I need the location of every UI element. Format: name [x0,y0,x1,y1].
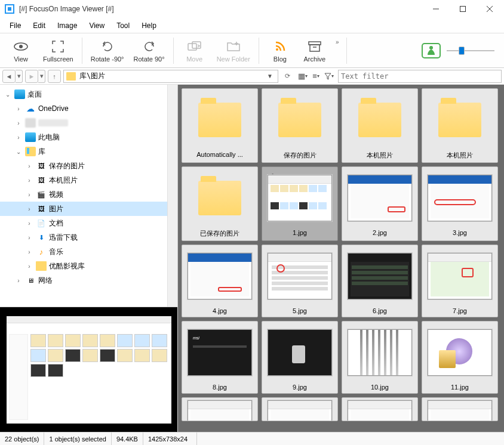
path-bar[interactable]: ▼ [63,70,278,83]
thumbnail-mode-icon[interactable] [422,43,441,58]
image-thumbnail[interactable]: 5.jpg [262,245,338,317]
zoom-slider[interactable] [447,45,494,57]
twisty-icon[interactable]: › [25,249,33,255]
cloud-icon [25,104,36,113]
image-thumbnail[interactable] [422,397,498,421]
tree-node[interactable]: ›音乐 [0,245,177,259]
twisty-icon[interactable]: › [25,206,33,212]
view-button[interactable]: View [4,35,38,66]
twisty-icon[interactable]: › [25,177,33,184]
thumbnail-label: 5.jpg [293,307,307,314]
view-large-icons[interactable]: ▦▾ [296,70,309,83]
tree-node[interactable]: ›图片 [0,202,177,216]
close-button[interactable] [476,0,503,18]
minimize-button[interactable] [422,0,449,18]
tree-node[interactable]: ›本机照片 [0,173,177,187]
tree-node[interactable]: ⌄库 [0,144,177,159]
rotate-ccw-button[interactable]: Rotate -90° [86,35,129,66]
tree-node-label [38,119,68,126]
path-input[interactable] [79,72,265,81]
menu-file[interactable]: File [4,19,27,32]
twisty-icon[interactable]: › [14,106,23,112]
preview-image[interactable] [7,316,171,424]
pic-icon [36,161,47,171]
tree-node-label: 库 [38,147,45,157]
path-dropdown[interactable]: ▼ [265,73,275,79]
nav-back-button[interactable]: ◄ [2,70,16,83]
tree-node[interactable]: ›优酷影视库 [0,259,177,273]
twisty-icon[interactable]: ⌄ [4,91,12,98]
screenshot-preview [268,400,332,421]
twisty-icon[interactable]: › [25,234,33,241]
image-thumbnail[interactable]: 2.jpg [342,166,418,241]
nav-back-dropdown[interactable]: ▾ [16,70,23,83]
image-thumbnail[interactable]: 4.jpg [182,245,258,317]
fullscreen-button[interactable]: Fullscreen [38,35,78,66]
screenshot-preview [428,400,492,421]
tree-node[interactable]: ›视频 [0,187,177,202]
twisty-icon[interactable]: ⌄ [14,149,23,155]
tree-node[interactable]: ›此电脑 [0,130,177,144]
tree-node[interactable]: ›保存的图片 [0,159,177,173]
menu-tool[interactable]: Tool [110,19,136,32]
blog-button[interactable]: Blog [263,35,297,66]
folder-thumbnail[interactable]: 本机照片 [342,88,418,163]
rotate-cw-button[interactable]: Rotate 90° [129,35,170,66]
folder-thumbnail[interactable]: 保存的图片 [262,88,338,163]
image-thumbnail[interactable]: 3.jpg [422,166,498,241]
twisty-icon[interactable]: › [14,134,23,141]
twisty-icon[interactable]: › [25,163,33,169]
thumbnail-label: 8.jpg [213,384,227,391]
refresh-button[interactable]: ⟳ [281,70,294,83]
folder-tree[interactable]: ⌄桌面›OneDrive››此电脑⌄库›保存的图片›本机照片›视频›图片›文档›… [0,85,177,307]
nav-forward-dropdown[interactable]: ▾ [38,70,45,83]
folder-thumbnail[interactable]: Automatically ... [182,88,258,163]
filter-button[interactable]: ▾ [322,70,336,83]
thumbnail-grid-container[interactable]: Automatically ...保存的图片本机照片本机照片已保存的图片✓1.j… [178,85,504,432]
folder-icon [198,103,241,137]
twisty-icon[interactable]: › [25,220,33,227]
image-thumbnail[interactable]: ✓1.jpg [262,166,338,241]
menu-help[interactable]: Help [136,19,162,32]
image-thumbnail[interactable] [342,397,418,421]
toolbar-overflow[interactable]: » [332,35,343,66]
folder-thumbnail[interactable]: 本机照片 [422,88,498,163]
twisty-icon[interactable]: › [25,191,33,198]
desktop-icon [14,89,25,99]
menu-view[interactable]: View [83,19,110,32]
twisty-icon[interactable]: › [14,120,23,126]
twisty-icon[interactable]: › [25,263,33,270]
svg-point-5 [19,45,23,48]
pic-icon [36,204,47,214]
image-thumbnail[interactable] [262,397,338,421]
svg-point-8 [276,48,278,51]
menu-image[interactable]: Image [51,19,83,32]
twisty-icon[interactable]: › [14,277,23,284]
nav-forward-button[interactable]: ► [25,70,38,83]
image-thumbnail[interactable]: 9.jpg [262,321,338,394]
folder-icon [66,72,76,81]
nav-up-button[interactable]: ↑ [48,70,61,83]
tree-node[interactable]: ⌄桌面 [0,87,177,101]
new-folder-icon [227,39,240,54]
tree-node[interactable]: ›文档 [0,216,177,230]
image-thumbnail[interactable] [182,397,258,421]
image-thumbnail[interactable]: 10.jpg [342,321,418,394]
tree-node[interactable]: ›迅雷下载 [0,230,177,245]
image-thumbnail[interactable]: 6.jpg [342,245,418,317]
slider-thumb[interactable] [459,47,465,55]
image-thumbnail[interactable]: msi8.jpg [182,321,258,394]
move-button[interactable]: Move [177,35,212,66]
sort-button[interactable]: ≡▾ [309,70,322,83]
new-folder-button[interactable]: New Folder [212,35,255,66]
folder-thumbnail[interactable]: 已保存的图片 [182,166,258,241]
tree-node[interactable]: ›OneDrive [0,101,177,116]
tree-node[interactable]: ›网络 [0,273,177,288]
image-thumbnail[interactable]: 11.jpg [422,321,498,394]
menu-edit[interactable]: Edit [27,19,51,32]
image-thumbnail[interactable]: 7.jpg [422,245,498,317]
archive-button[interactable]: Archive [297,35,332,66]
text-filter-input[interactable] [338,70,502,83]
tree-node[interactable]: › [0,116,177,130]
maximize-button[interactable] [449,0,476,18]
